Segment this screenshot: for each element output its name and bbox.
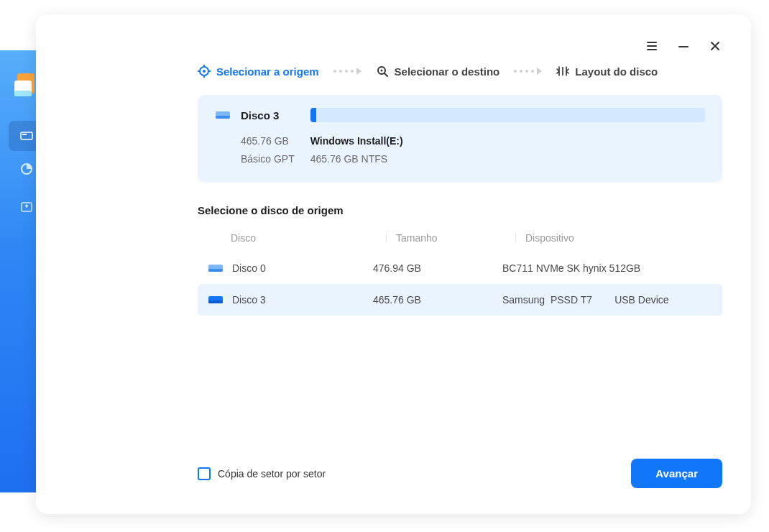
sector-copy-checkbox[interactable]: Cópia de setor por setor — [198, 467, 326, 480]
disk-volume: Windows Install(E:) — [310, 132, 403, 150]
table-row[interactable]: Disco 3 465.76 GB Samsung PSSD T7 USB De… — [198, 284, 722, 316]
th-device: Dispositivo — [525, 232, 715, 244]
close-icon[interactable] — [709, 40, 721, 52]
selected-disk-card: Disco 3 465.76 GB Básico GPT Windows Ins… — [198, 95, 722, 183]
disk-scheme: Básico GPT — [241, 150, 295, 168]
svg-rect-4 — [22, 134, 27, 135]
titlebar — [646, 40, 721, 52]
svg-rect-3 — [21, 132, 32, 139]
disk-icon — [208, 294, 224, 306]
disk-capacity: 465.76 GB — [241, 132, 295, 150]
disk-icon — [20, 129, 33, 142]
bootable-icon — [20, 201, 33, 214]
step-label: Selecionar a origem — [216, 65, 319, 78]
table-header: Disco Tamanho Dispositivo — [198, 226, 722, 252]
pie-icon — [20, 162, 33, 175]
target-icon — [198, 65, 211, 78]
search-target-icon — [376, 65, 389, 78]
svg-rect-16 — [208, 301, 223, 303]
row-disk-name: Disco 0 — [232, 262, 266, 274]
svg-rect-12 — [216, 116, 230, 119]
sector-copy-label: Cópia de setor por setor — [218, 468, 326, 480]
stepper: Selecionar a origem Selecionar o destino — [198, 65, 722, 78]
menu-icon[interactable] — [646, 40, 658, 52]
section-subtitle: Selecione o disco de origem — [198, 204, 722, 216]
row-device: BC711 NVMe SK hynix 512GB — [502, 262, 715, 274]
disk-mini-icon — [215, 109, 231, 121]
step-label: Selecionar o destino — [395, 65, 500, 78]
minimize-icon[interactable] — [678, 40, 689, 52]
row-disk-name: Disco 3 — [232, 294, 266, 306]
svg-rect-2 — [14, 91, 32, 96]
disk-icon — [208, 262, 224, 274]
row-device: Samsung PSSD T7 USB Device — [502, 294, 715, 306]
row-size: 476.94 GB — [373, 262, 502, 274]
step-destination[interactable]: Selecionar o destino — [376, 65, 500, 78]
capacity-bar — [310, 108, 705, 122]
th-size: Tamanho — [396, 232, 525, 244]
th-disk: Disco — [231, 232, 396, 244]
step-label: Layout do disco — [575, 65, 658, 78]
footer: Cópia de setor por setor Avançar — [198, 447, 722, 488]
disk-table: Disco Tamanho Dispositivo Disco 0 476.94… — [198, 226, 722, 316]
disk-volume-detail: 465.76 GB NTFS — [310, 150, 403, 168]
step-separator — [514, 68, 542, 75]
step-separator — [333, 68, 362, 75]
step-source[interactable]: Selecionar a origem — [198, 65, 319, 78]
selected-disk-title: Disco 3 — [241, 109, 279, 121]
step-layout[interactable]: Layout do disco — [556, 65, 658, 78]
checkbox-icon — [198, 467, 211, 480]
svg-point-8 — [203, 70, 206, 73]
main-panel: Selecionar a origem Selecionar o destino — [36, 14, 751, 514]
table-row[interactable]: Disco 0 476.94 GB BC711 NVMe SK hynix 51… — [198, 252, 722, 284]
svg-point-10 — [380, 70, 382, 72]
svg-rect-14 — [208, 269, 223, 272]
row-size: 465.76 GB — [373, 294, 502, 306]
layout-icon — [556, 65, 569, 78]
next-button[interactable]: Avançar — [631, 459, 722, 488]
